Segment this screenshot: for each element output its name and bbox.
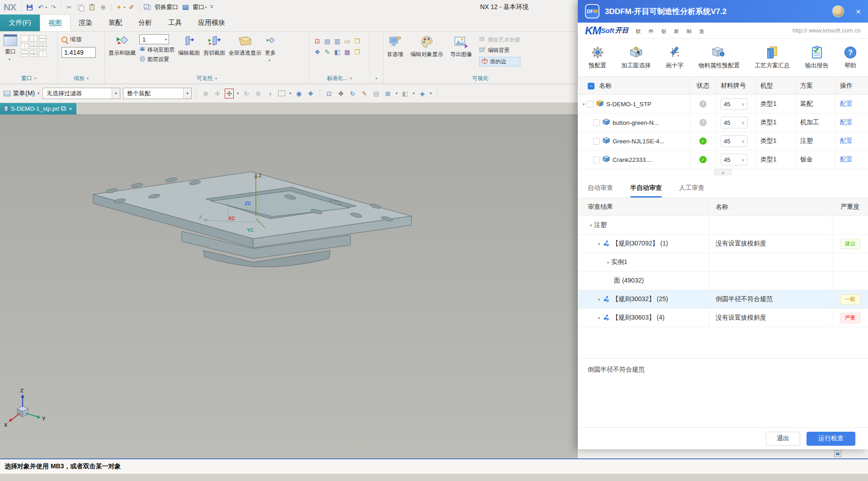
close-tab-icon[interactable]: × bbox=[69, 106, 72, 112]
more-button[interactable]: 更多 ▾ bbox=[265, 33, 276, 73]
combo-caret-icon[interactable]: ▾ bbox=[112, 88, 120, 99]
clip-section-button[interactable]: 剪切截面 bbox=[203, 33, 225, 73]
caret-down-icon[interactable]: ▾ bbox=[375, 76, 377, 80]
sphere-select-icon[interactable]: ◉ bbox=[294, 89, 303, 99]
table-row[interactable]: 面 (49032) bbox=[578, 272, 868, 290]
selection-scope-combo[interactable]: 整个装配 ▾ bbox=[123, 88, 192, 99]
expand-caret-icon[interactable]: ▾ bbox=[588, 223, 594, 228]
caret-down-icon[interactable]: ▾ bbox=[396, 91, 397, 95]
table-row[interactable]: button-green-N... ? 45∨ 类型1 机加工 配置 bbox=[578, 113, 868, 132]
save-button[interactable] bbox=[24, 2, 34, 12]
caret-down-icon[interactable]: ▾ bbox=[289, 91, 291, 95]
caret-down-icon[interactable]: ▾ bbox=[87, 76, 89, 80]
zoom-value-input[interactable] bbox=[61, 47, 96, 58]
process-summary-button[interactable]: 工艺方案汇总 bbox=[755, 46, 790, 70]
layer-settings-button[interactable]: 图层设置 bbox=[139, 56, 175, 63]
face-select-button[interactable]: 加工面选择 bbox=[621, 46, 651, 70]
caret-down-icon[interactable]: ▾ bbox=[350, 76, 352, 80]
table-row[interactable]: Green-NJL1SE-4... ✓ 45∨ 类型1 注塑 配置 bbox=[578, 132, 868, 151]
caret-down-icon[interactable]: ▾ bbox=[34, 76, 36, 80]
expand-caret-icon[interactable]: ▾ bbox=[596, 241, 602, 246]
command-finder-button[interactable]: ✦ bbox=[114, 2, 124, 12]
preferences-button[interactable]: 首选项 bbox=[387, 33, 403, 73]
material-select[interactable]: 45∨ bbox=[721, 154, 748, 165]
redo-button[interactable]: ↷ bbox=[48, 2, 58, 12]
rotate-view-icon[interactable]: ↻ bbox=[348, 89, 357, 99]
tab-view[interactable]: 视图 bbox=[40, 14, 71, 31]
work-layer-combo[interactable]: 1 ▾ bbox=[139, 34, 169, 44]
exit-button[interactable]: 退出 bbox=[766, 432, 800, 446]
pan-icon[interactable]: ✥ bbox=[336, 89, 345, 99]
selection-filter-combo[interactable]: 无选择过滤器 ▾ bbox=[42, 88, 120, 99]
edit-object-display-button[interactable]: 编辑对象显示 bbox=[410, 33, 443, 73]
configure-link[interactable]: 配置 bbox=[840, 118, 853, 127]
zoom-button[interactable]: 缩放 bbox=[61, 35, 96, 43]
paste-button[interactable] bbox=[87, 2, 97, 12]
snap-enabled-icon[interactable]: ✣ bbox=[225, 89, 234, 99]
table-row[interactable]: Crank22333.... ✓ 45∨ 类型1 钣金 配置 bbox=[578, 151, 868, 169]
caret-down-icon[interactable]: ▾ bbox=[413, 91, 415, 95]
caret-down-icon[interactable]: ▾ bbox=[215, 76, 217, 80]
combo-caret-icon[interactable]: ▾ bbox=[183, 88, 191, 99]
face-edges-button[interactable]: 面的边 bbox=[479, 57, 520, 66]
undo-button[interactable]: ↶ bbox=[36, 2, 46, 12]
table-row[interactable]: ▾ 实例1 bbox=[578, 253, 868, 272]
view-layout-icon[interactable]: ⊞ bbox=[383, 89, 392, 99]
zoom-window-icon[interactable]: ⊡ bbox=[325, 89, 334, 99]
collapse-table-button[interactable]: ▲ bbox=[714, 169, 732, 175]
dfm-panel-header[interactable]: DFM 3DDFM-开目可制造性分析系统V7.2 × bbox=[578, 0, 868, 23]
tab-auto-review[interactable]: 自动审查 bbox=[588, 178, 613, 198]
material-select[interactable]: 45∨ bbox=[721, 135, 748, 147]
edit-background-button[interactable]: 编辑背景 bbox=[479, 47, 520, 54]
close-panel-icon[interactable]: × bbox=[856, 7, 861, 16]
tab-semi-auto-review[interactable]: 半自动审查 bbox=[630, 178, 662, 198]
cube-check-icon[interactable]: ◧ bbox=[333, 47, 342, 57]
capture-art-button[interactable]: 捕捉艺术外观 bbox=[479, 36, 520, 44]
validate-cube-icon[interactable]: ❖ bbox=[313, 47, 322, 57]
tab-tools[interactable]: 工具 bbox=[160, 14, 190, 31]
row-checkbox[interactable] bbox=[593, 138, 600, 145]
edit-section-button[interactable]: 编辑截面 bbox=[178, 33, 200, 73]
snap-intersection-icon[interactable]: ✢ bbox=[213, 89, 222, 99]
switch-window-button[interactable]: 切换窗口 bbox=[155, 3, 178, 11]
material-select[interactable]: 45∨ bbox=[721, 117, 748, 128]
expand-caret-icon[interactable]: ▾ bbox=[596, 297, 602, 302]
show-hide-button[interactable]: 显示和隐藏 bbox=[108, 33, 136, 73]
draw-cross-button[interactable]: 画十字 bbox=[666, 46, 684, 70]
brush-button[interactable]: ✐ bbox=[127, 2, 137, 12]
cut-button[interactable]: ✂ bbox=[64, 2, 74, 12]
table-row[interactable]: ▾ S-DEMO-1_STP ? 45∨ 类型1 装配 配置 bbox=[578, 95, 868, 113]
caret-down-icon[interactable]: ▾ bbox=[237, 91, 239, 95]
snap-rotate-icon[interactable]: ↻ bbox=[242, 89, 251, 99]
tab-manual-review[interactable]: 人工审查 bbox=[679, 178, 704, 198]
tab-assembly[interactable]: 装配 bbox=[100, 14, 130, 31]
material-select[interactable]: 45∨ bbox=[721, 98, 748, 110]
layer-category-icon[interactable]: ▥ bbox=[333, 36, 342, 46]
report-button[interactable]: 输出报告 bbox=[805, 46, 829, 70]
configure-link[interactable]: 配置 bbox=[840, 100, 853, 108]
view-triad[interactable]: Z X Y bbox=[4, 388, 46, 428]
configure-link[interactable]: 配置 bbox=[840, 137, 853, 145]
snap-center-icon[interactable]: ⊚ bbox=[254, 89, 263, 99]
run-check-button[interactable]: 运行检查 bbox=[807, 432, 855, 446]
select-all-checkbox[interactable]: − bbox=[588, 83, 594, 90]
bounded-select-icon[interactable]: ⊡ bbox=[313, 36, 322, 46]
table-row[interactable]: ▾ 【规则30603】 (4) 没有设置拔模斜度 严重 bbox=[578, 309, 868, 327]
document-tab[interactable]: S-DEMO-1_stp.prt × bbox=[0, 103, 76, 114]
row-checkbox[interactable] bbox=[593, 119, 600, 126]
snap-quadrant-icon[interactable]: ◑ bbox=[265, 89, 274, 99]
table-row[interactable]: ▾ 【规则307092】 (1) 没有设置拔模斜度 建议 bbox=[578, 235, 868, 253]
user-avatar[interactable] bbox=[832, 5, 844, 17]
caret-down-icon[interactable]: ▾ bbox=[430, 91, 432, 95]
touch-mode-button[interactable]: ⊕ bbox=[98, 2, 108, 12]
layer-visible-icon[interactable]: ▤ bbox=[323, 36, 332, 46]
snap-point-icon[interactable]: ⊕ bbox=[201, 89, 210, 99]
customize-quick-access-button[interactable]: ▾ bbox=[208, 5, 215, 9]
command-finder-caret-icon[interactable]: ▾ bbox=[123, 5, 125, 9]
expand-caret-icon[interactable]: ▾ bbox=[596, 316, 602, 321]
cad-model[interactable] bbox=[93, 172, 411, 267]
restore-window-icon[interactable] bbox=[62, 107, 66, 111]
sheet-view-icon[interactable]: ▤ bbox=[372, 89, 381, 99]
configure-link[interactable]: 配置 bbox=[840, 156, 853, 164]
window-menu-button[interactable]: 窗口 bbox=[193, 3, 204, 11]
